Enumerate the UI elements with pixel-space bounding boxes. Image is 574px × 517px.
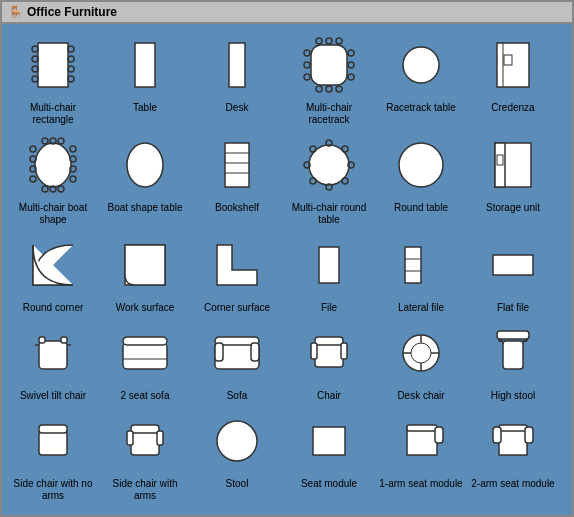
main-container: Multi-chair rectangle Table Desk bbox=[0, 22, 574, 517]
svg-rect-72 bbox=[123, 343, 167, 369]
list-item[interactable]: Swivel tilt chair bbox=[8, 318, 98, 402]
list-item[interactable]: 45 deg table bbox=[192, 506, 282, 517]
list-item[interactable]: Sofa bbox=[192, 318, 282, 402]
window-title: Office Furniture bbox=[27, 5, 117, 19]
svg-rect-44 bbox=[225, 143, 249, 187]
list-item[interactable]: Multi-chair racetrack bbox=[284, 30, 374, 126]
list-item[interactable]: 90 deg table bbox=[100, 506, 190, 517]
svg-point-6 bbox=[68, 56, 74, 62]
svg-rect-101 bbox=[435, 427, 443, 443]
item-label: Corner surface bbox=[204, 302, 270, 314]
svg-point-29 bbox=[30, 146, 36, 152]
item-label: Sofa bbox=[227, 390, 248, 402]
svg-rect-10 bbox=[229, 43, 245, 87]
list-item[interactable]: Side chair with no arms bbox=[8, 406, 98, 502]
svg-point-37 bbox=[42, 138, 48, 144]
list-item[interactable]: Flat file bbox=[468, 230, 558, 314]
item-label: Round table bbox=[394, 202, 448, 214]
svg-rect-98 bbox=[313, 427, 345, 455]
item-label: Stool bbox=[226, 478, 249, 490]
item-label: Multi-chair racetrack bbox=[285, 102, 373, 126]
list-item[interactable]: Desk chair bbox=[376, 318, 466, 402]
svg-point-1 bbox=[32, 46, 38, 52]
svg-point-8 bbox=[68, 76, 74, 82]
svg-point-22 bbox=[326, 86, 332, 92]
list-item[interactable]: Seat 30 deg in-module bbox=[284, 506, 374, 517]
svg-point-4 bbox=[32, 76, 38, 82]
svg-rect-69 bbox=[61, 337, 67, 343]
svg-rect-100 bbox=[407, 425, 437, 431]
item-label: Table bbox=[133, 102, 157, 114]
list-item[interactable]: Round table bbox=[376, 130, 466, 226]
item-label: Storage unit bbox=[486, 202, 540, 214]
svg-rect-68 bbox=[39, 337, 45, 343]
svg-rect-79 bbox=[315, 343, 343, 367]
svg-point-84 bbox=[411, 343, 431, 363]
list-item[interactable]: File bbox=[284, 230, 374, 314]
svg-point-97 bbox=[217, 421, 257, 461]
svg-rect-89 bbox=[503, 341, 523, 369]
svg-rect-105 bbox=[525, 427, 533, 443]
title-icon: 🪑 bbox=[8, 5, 23, 19]
svg-rect-62 bbox=[319, 247, 339, 283]
svg-point-53 bbox=[310, 146, 316, 152]
list-item[interactable]: Racetrack table bbox=[376, 30, 466, 126]
item-label: Seat module bbox=[301, 478, 357, 490]
svg-rect-94 bbox=[131, 425, 159, 433]
list-item[interactable]: High stool bbox=[468, 318, 558, 402]
svg-point-32 bbox=[30, 176, 36, 182]
list-item[interactable]: Bookshelf bbox=[192, 130, 282, 226]
list-item[interactable]: Chair bbox=[284, 318, 374, 402]
svg-point-3 bbox=[32, 66, 38, 72]
svg-point-15 bbox=[348, 50, 354, 56]
list-item[interactable]: Desk bbox=[192, 30, 282, 126]
svg-point-7 bbox=[68, 66, 74, 72]
svg-rect-11 bbox=[311, 45, 347, 85]
svg-rect-82 bbox=[341, 343, 347, 359]
list-item[interactable]: Corner surface bbox=[192, 230, 282, 314]
item-label: Multi-chair round table bbox=[285, 202, 373, 226]
list-item[interactable]: 2 seat sofa bbox=[100, 318, 190, 402]
svg-rect-92 bbox=[39, 425, 67, 433]
list-item[interactable]: Multi-chair rectangle bbox=[8, 30, 98, 126]
list-item[interactable]: Multi-chair boat shape bbox=[8, 130, 98, 226]
list-item[interactable]: Stool bbox=[192, 406, 282, 502]
list-item[interactable]: Side chair with arms bbox=[100, 406, 190, 502]
list-item[interactable]: 2-arm seat module bbox=[468, 406, 558, 502]
item-label: 2 seat sofa bbox=[121, 390, 170, 402]
svg-point-28 bbox=[35, 143, 71, 187]
svg-point-5 bbox=[68, 46, 74, 52]
list-item[interactable]: Seat module bbox=[284, 406, 374, 502]
item-label: Desk chair bbox=[397, 390, 444, 402]
list-item[interactable]: Work surface bbox=[100, 230, 190, 314]
item-label: 1-arm seat module bbox=[379, 478, 462, 490]
svg-point-36 bbox=[70, 176, 76, 182]
svg-point-20 bbox=[336, 38, 342, 44]
svg-rect-77 bbox=[215, 343, 223, 361]
list-item[interactable]: Credenza bbox=[468, 30, 558, 126]
item-label: Work surface bbox=[116, 302, 175, 314]
svg-point-54 bbox=[342, 146, 348, 152]
svg-rect-91 bbox=[39, 431, 67, 455]
svg-rect-66 bbox=[493, 255, 533, 275]
list-item[interactable]: 1-arm seat module bbox=[376, 406, 466, 502]
furniture-grid: Multi-chair rectangle Table Desk bbox=[8, 30, 566, 517]
list-item[interactable]: Table bbox=[100, 30, 190, 126]
svg-rect-24 bbox=[403, 47, 439, 83]
list-item[interactable]: Boat shape table bbox=[100, 130, 190, 226]
svg-point-42 bbox=[58, 186, 64, 192]
list-item[interactable]: Multi-chair round table bbox=[284, 130, 374, 226]
item-label: High stool bbox=[491, 390, 535, 402]
item-label: Desk bbox=[226, 102, 249, 114]
svg-point-43 bbox=[127, 143, 163, 187]
svg-point-55 bbox=[310, 178, 316, 184]
svg-point-17 bbox=[348, 74, 354, 80]
svg-rect-104 bbox=[493, 427, 501, 443]
list-item[interactable]: Seat 30 deg out-module bbox=[376, 506, 466, 517]
list-item[interactable]: Round corner bbox=[8, 230, 98, 314]
svg-point-19 bbox=[326, 38, 332, 44]
svg-rect-9 bbox=[135, 43, 155, 87]
list-item[interactable]: Lateral file bbox=[376, 230, 466, 314]
list-item[interactable]: Storage unit bbox=[468, 130, 558, 226]
list-item[interactable]: Corner table bbox=[8, 506, 98, 517]
